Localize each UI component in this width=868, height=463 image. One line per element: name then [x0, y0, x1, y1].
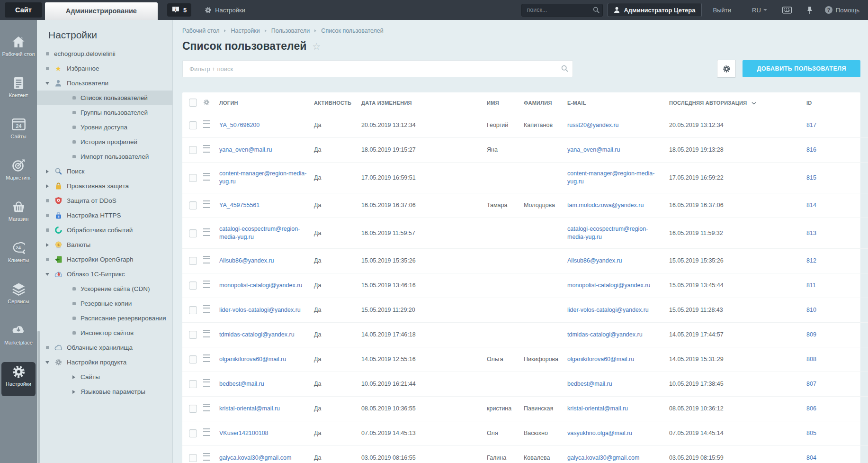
column-header-email[interactable]: E-MAIL — [567, 92, 669, 113]
email-link[interactable]: yana_oven@mail.ru — [567, 146, 620, 153]
row-checkbox[interactable] — [189, 201, 197, 209]
login-link[interactable]: YA_459755561 — [219, 202, 260, 209]
rail-item-клиенты[interactable]: 24Клиенты — [1, 238, 36, 272]
sidebar-item-настройки-продукта[interactable]: Настройки продукта — [37, 355, 172, 370]
add-user-button[interactable]: ДОБАВИТЬ ПОЛЬЗОВАТЕЛЯ — [743, 60, 860, 77]
expand-arrow-right-icon[interactable] — [46, 170, 49, 173]
favorite-star-icon[interactable]: ☆ — [312, 41, 321, 52]
sidebar-item-ускорение-сайта-cdn[interactable]: Ускорение сайта (CDN) — [37, 281, 172, 296]
row-actions-menu-icon[interactable] — [203, 330, 210, 337]
sidebar-item-поиск[interactable]: Поиск — [37, 164, 172, 179]
login-link[interactable]: content-manager@region-media-yug.ru — [219, 170, 306, 185]
row-checkbox[interactable] — [189, 121, 197, 129]
row-checkbox[interactable] — [189, 355, 197, 363]
column-header-modified[interactable]: ДАТА ИЗМЕНЕНИЯ — [361, 92, 487, 113]
sidebar-item-языковые-параметры[interactable]: Языковые параметры — [37, 384, 172, 399]
expand-arrow-down-icon[interactable] — [45, 82, 49, 85]
row-checkbox[interactable] — [189, 257, 197, 265]
email-link[interactable]: Allsub86@yandex.ru — [567, 257, 622, 264]
login-link[interactable]: yana_oven@mail.ru — [219, 146, 272, 153]
row-checkbox[interactable] — [189, 174, 197, 182]
column-header-last-auth[interactable]: ПОСЛЕДНЯЯ АВТОРИЗАЦИЯ — [669, 92, 806, 113]
breadcrumb-item-user-list[interactable]: Список пользователей — [321, 27, 383, 34]
row-actions-menu-icon[interactable] — [203, 256, 210, 263]
sidebar-item-резервные-копии[interactable]: Резервные копии — [37, 296, 172, 311]
login-link[interactable]: VKuser142100108 — [219, 430, 268, 436]
email-link[interactable]: tdmidas-catalogi@yandex.ru — [567, 331, 643, 338]
rail-item-marketplace[interactable]: Marketplace — [1, 321, 36, 355]
pin-icon[interactable] — [807, 6, 813, 14]
sidebar-scrollbar-thumb[interactable] — [37, 331, 40, 463]
row-actions-menu-icon[interactable] — [203, 404, 210, 411]
id-link[interactable]: 806 — [806, 405, 816, 412]
email-link[interactable]: monopolist-catalogi@yandex.ru — [567, 282, 650, 289]
login-link[interactable]: YA_507696200 — [219, 122, 260, 128]
search-icon[interactable] — [593, 7, 600, 13]
id-link[interactable]: 807 — [806, 381, 816, 387]
row-actions-menu-icon[interactable] — [203, 354, 210, 362]
email-link[interactable]: tam.molodczowa@yandex.ru — [567, 202, 644, 209]
sidebar-item-список-пользователей[interactable]: Список пользователей — [37, 91, 172, 105]
row-checkbox[interactable] — [189, 454, 197, 462]
login-link[interactable]: tdmidas-catalogi@yandex.ru — [219, 331, 295, 338]
notification-button[interactable]: i 5 — [167, 3, 191, 17]
email-link[interactable]: lider-volos-catalogi@yandex.ru — [567, 307, 649, 313]
login-link[interactable]: Allsub86@yandex.ru — [219, 257, 274, 264]
email-link[interactable]: content-manager@region-media-yug.ru — [567, 170, 654, 185]
rail-item-настройки[interactable]: Настройки — [1, 362, 36, 396]
login-link[interactable]: olganikiforova60@mail.ru — [219, 356, 286, 363]
column-header-last-name[interactable]: ФАМИЛИЯ — [524, 92, 567, 113]
sidebar-item-настройки-opengraph[interactable]: Настройки OpenGraph — [37, 252, 172, 267]
column-header-id[interactable]: ID — [806, 92, 868, 113]
row-checkbox[interactable] — [189, 331, 197, 339]
row-actions-menu-icon[interactable] — [203, 453, 210, 461]
id-link[interactable]: 813 — [806, 230, 816, 236]
id-link[interactable]: 816 — [806, 146, 816, 153]
email-link[interactable]: olganikiforova60@mail.ru — [567, 356, 634, 363]
row-checkbox[interactable] — [189, 380, 197, 388]
row-checkbox[interactable] — [189, 146, 197, 154]
expand-arrow-down-icon[interactable] — [45, 273, 49, 276]
email-link[interactable]: vasyukhno.olga@mail.ru — [567, 430, 632, 436]
login-link[interactable]: monopolist-catalogi@yandex.ru — [219, 282, 302, 289]
sidebar-item-уровни-доступа[interactable]: Уровни доступа — [37, 120, 172, 135]
row-actions-menu-icon[interactable] — [203, 281, 210, 288]
sidebar-item-импорт-пользователей[interactable]: Импорт пользователей — [37, 149, 172, 164]
sidebar-item-проактивная-защита[interactable]: Проактивная защита — [37, 179, 172, 193]
filter-search-input[interactable] — [182, 60, 573, 77]
login-link[interactable]: galyca.koval30@gmail.com — [219, 454, 291, 461]
expand-arrow-right-icon[interactable] — [46, 243, 49, 247]
row-checkbox[interactable] — [189, 281, 197, 290]
sidebar-item-облачные-хранилища[interactable]: Облачные хранилища — [37, 340, 172, 355]
rail-item-рабочий-стол[interactable]: Рабочий стол — [1, 32, 36, 66]
email-link[interactable]: catalogi-ecospectrum@region-media-yug.ru — [567, 226, 648, 240]
expand-arrow-right-icon[interactable] — [72, 390, 75, 394]
breadcrumb-item-users[interactable]: Пользователи — [271, 27, 310, 34]
sidebar-item-защита-от-ddos[interactable]: Защита от DDoS — [37, 193, 172, 208]
email-link[interactable]: kristal-oriental@mail.ru — [567, 405, 628, 412]
email-link[interactable]: bedbest@mail.ru — [567, 381, 612, 387]
user-button[interactable]: Администратор Цетера — [608, 3, 701, 17]
email-link[interactable]: russt20@yandex.ru — [567, 122, 619, 128]
grid-settings-button[interactable] — [717, 60, 736, 78]
row-actions-menu-icon[interactable] — [203, 200, 210, 208]
sidebar-item-обработчики-событий[interactable]: Обработчики событий — [37, 223, 172, 237]
search-input[interactable] — [521, 4, 603, 17]
sidebar-item-история-профилей[interactable]: История профилей — [37, 135, 172, 149]
sidebar-item-echogroup-delovielinii[interactable]: echogroup.delovielinii — [37, 46, 172, 61]
rail-item-контент[interactable]: Контент — [1, 73, 36, 108]
id-link[interactable]: 817 — [806, 122, 816, 128]
id-link[interactable]: 815 — [806, 174, 816, 181]
sidebar-item-настройка-https[interactable]: sНастройка HTTPS — [37, 208, 172, 223]
row-actions-menu-icon[interactable] — [203, 173, 210, 181]
column-header-first-name[interactable]: ИМЯ — [487, 92, 524, 113]
column-header-login[interactable]: ЛОГИН — [219, 92, 314, 113]
id-link[interactable]: 814 — [806, 202, 816, 209]
row-actions-menu-icon[interactable] — [203, 428, 210, 436]
rail-item-сайты[interactable]: 24Сайты — [1, 115, 36, 149]
sidebar-item-облако-1с-битрикс[interactable]: Облако 1С-Битрикс — [37, 267, 172, 281]
sidebar-item-сайты[interactable]: Сайты — [37, 370, 172, 384]
row-checkbox[interactable] — [189, 429, 197, 437]
sidebar-item-пользователи[interactable]: Пользователи — [37, 76, 172, 91]
breadcrumb-item-desktop[interactable]: Рабочий стол — [182, 27, 219, 34]
